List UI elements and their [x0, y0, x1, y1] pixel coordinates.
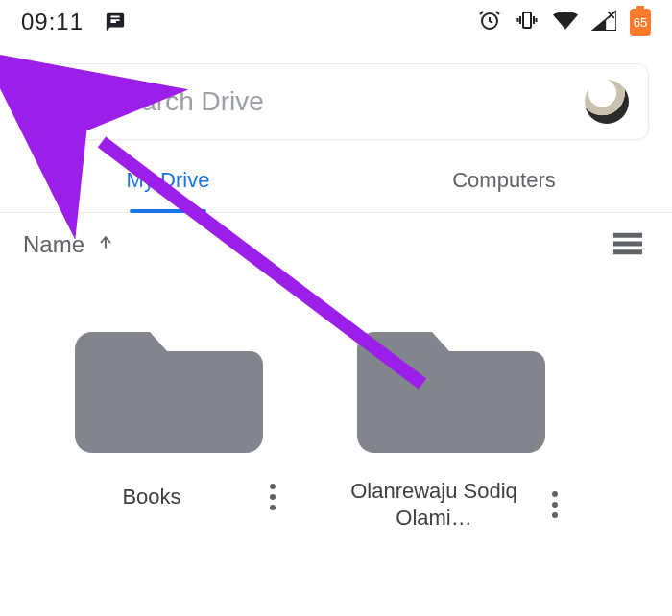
battery-icon: 65 — [630, 9, 651, 36]
hamburger-menu-button[interactable] — [47, 81, 89, 123]
svg-rect-1 — [523, 12, 531, 28]
vibrate-icon — [515, 9, 540, 36]
folder-more-button[interactable] — [253, 478, 292, 516]
tab-my-drive[interactable]: My Drive — [0, 148, 336, 212]
sort-label: Name — [23, 231, 84, 258]
account-avatar-button[interactable] — [585, 80, 629, 124]
more-vertical-icon — [270, 484, 276, 489]
folder-more-button[interactable] — [536, 486, 574, 524]
folder-name: Books — [50, 484, 253, 510]
folder-name: Olanrewaju Sodiq Olami… — [332, 478, 536, 531]
folder-card[interactable]: Olanrewaju Sodiq Olami… — [328, 311, 578, 531]
search-input[interactable] — [108, 86, 565, 117]
folder-card[interactable]: Books — [46, 311, 296, 531]
list-view-icon — [613, 232, 642, 258]
folder-icon — [75, 311, 267, 459]
view-toggle-button[interactable] — [607, 224, 649, 266]
message-notification-icon — [105, 12, 126, 33]
wifi-icon — [553, 11, 578, 34]
more-vertical-icon — [552, 491, 558, 497]
drive-tabs: My Drive Computers — [0, 148, 672, 213]
arrow-up-icon — [96, 231, 115, 258]
android-status-bar: 09:11 65 — [0, 0, 672, 44]
status-icons: 65 — [478, 9, 651, 36]
cellular-signal-icon — [591, 10, 616, 35]
sort-button[interactable]: Name — [23, 231, 115, 258]
folder-grid: Books Olanrewaju Sodiq Olami… — [0, 276, 672, 531]
alarm-icon — [478, 9, 501, 36]
folder-icon — [357, 311, 549, 459]
svg-rect-4 — [613, 249, 642, 254]
svg-rect-3 — [613, 241, 642, 246]
search-bar — [23, 63, 649, 140]
svg-rect-2 — [613, 232, 642, 237]
tab-computers[interactable]: Computers — [336, 148, 672, 212]
status-clock: 09:11 — [21, 9, 84, 36]
menu-icon — [47, 101, 61, 104]
